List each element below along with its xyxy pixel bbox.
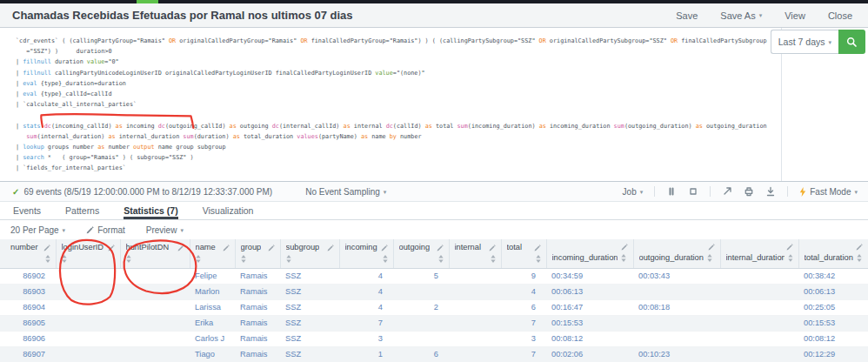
cell-group[interactable]: Ramais bbox=[235, 346, 280, 362]
cell-incoming[interactable]: 4 bbox=[339, 299, 393, 315]
cell-total_duration[interactable]: 00:08:12 bbox=[798, 331, 868, 346]
column-header-incoming_duration[interactable]: incoming_duration bbox=[546, 239, 633, 268]
cell-total[interactable]: 4 bbox=[501, 284, 546, 299]
column-header-outgoing_duration[interactable]: outgoing_duration bbox=[633, 239, 720, 268]
view-button[interactable]: View bbox=[785, 10, 805, 21]
cell-total[interactable]: 3 bbox=[501, 331, 546, 346]
sort-icon[interactable] bbox=[621, 254, 626, 262]
sort-icon[interactable] bbox=[126, 255, 131, 263]
search-button[interactable] bbox=[838, 30, 865, 54]
edit-column-icon[interactable] bbox=[786, 244, 793, 251]
close-button[interactable]: Close bbox=[828, 10, 852, 21]
cell-number[interactable]: 86907 bbox=[0, 346, 56, 362]
cell-number[interactable]: 86906 bbox=[0, 331, 56, 346]
sort-icon[interactable] bbox=[286, 255, 291, 263]
cell-number[interactable]: 86902 bbox=[0, 268, 56, 284]
time-range-picker[interactable]: Last 7 days ▾ bbox=[771, 30, 838, 54]
sort-icon[interactable] bbox=[62, 255, 67, 263]
cell-group[interactable]: Ramais bbox=[235, 284, 280, 299]
cell-incoming_duration[interactable]: 00:15:53 bbox=[546, 315, 633, 331]
cell-incoming_duration[interactable]: 00:08:12 bbox=[546, 331, 633, 346]
sort-icon[interactable] bbox=[788, 254, 793, 262]
column-header-total_duration[interactable]: total_duration bbox=[798, 239, 868, 268]
event-sampling-dropdown[interactable]: No Event Sampling ▾ bbox=[305, 187, 386, 197]
stop-button[interactable] bbox=[688, 186, 698, 197]
cell-subgroup[interactable]: SSZ bbox=[280, 299, 339, 315]
edit-column-icon[interactable] bbox=[43, 245, 50, 251]
sort-icon[interactable] bbox=[438, 255, 444, 263]
cell-number[interactable]: 86903 bbox=[0, 284, 56, 299]
cell-name[interactable]: Marlon bbox=[190, 284, 235, 299]
cell-name[interactable]: Felipe bbox=[190, 268, 235, 284]
column-header-group[interactable]: group bbox=[235, 239, 280, 268]
cell-name[interactable]: Erika bbox=[190, 315, 235, 331]
sort-icon[interactable] bbox=[857, 254, 862, 262]
sort-icon[interactable] bbox=[45, 255, 50, 263]
sort-icon[interactable] bbox=[536, 255, 541, 263]
sort-icon[interactable] bbox=[196, 255, 201, 263]
cell-total_duration[interactable]: 00:12:29 bbox=[798, 346, 868, 362]
edit-column-icon[interactable] bbox=[223, 245, 230, 251]
column-header-internal_duration[interactable]: internal_duration bbox=[720, 239, 798, 268]
cell-outgoing[interactable]: 6 bbox=[393, 346, 449, 362]
edit-column-icon[interactable] bbox=[856, 244, 863, 251]
cell-total[interactable]: 6 bbox=[501, 299, 546, 315]
cell-incoming[interactable]: 4 bbox=[339, 284, 393, 299]
edit-column-icon[interactable] bbox=[268, 245, 275, 251]
cell-incoming[interactable]: 3 bbox=[339, 331, 393, 346]
column-header-internal[interactable]: internal bbox=[449, 239, 501, 268]
column-header-incoming[interactable]: incoming bbox=[339, 239, 393, 268]
per-page-dropdown[interactable]: 20 Per Page ▾ bbox=[10, 225, 65, 235]
cell-total[interactable]: 9 bbox=[501, 268, 546, 284]
tab-patterns[interactable]: Patterns bbox=[65, 202, 99, 219]
cell-incoming[interactable]: 7 bbox=[339, 315, 393, 331]
search-query-input[interactable]: `cdr_events` ( (callingPartyGroup="Ramai… bbox=[0, 28, 782, 181]
job-menu[interactable]: Job ▾ bbox=[623, 187, 644, 197]
column-header-outgoing[interactable]: outgoing bbox=[393, 239, 449, 268]
cell-outgoing[interactable]: 5 bbox=[393, 268, 449, 284]
column-header-name[interactable]: name bbox=[190, 239, 235, 268]
cell-incoming_duration[interactable]: 00:02:06 bbox=[546, 346, 633, 362]
cell-total_duration[interactable]: 00:06:13 bbox=[798, 284, 868, 299]
cell-incoming_duration[interactable]: 00:06:13 bbox=[546, 284, 633, 299]
cell-total[interactable]: 7 bbox=[501, 315, 546, 331]
cell-total_duration[interactable]: 00:15:53 bbox=[798, 315, 868, 331]
cell-outgoing[interactable]: 2 bbox=[393, 299, 449, 315]
format-button[interactable]: Format bbox=[86, 225, 125, 235]
cell-number[interactable]: 86905 bbox=[0, 315, 56, 331]
edit-column-icon[interactable] bbox=[621, 244, 628, 251]
cell-outgoing_duration[interactable]: 00:03:43 bbox=[633, 268, 720, 284]
save-as-button[interactable]: Save As▾ bbox=[720, 10, 762, 21]
sort-icon[interactable] bbox=[707, 254, 712, 262]
cell-name[interactable]: Carlos J bbox=[190, 331, 235, 346]
column-header-subgroup[interactable]: subgroup bbox=[280, 239, 339, 268]
tab-visualization[interactable]: Visualization bbox=[203, 202, 254, 219]
fast-mode-toggle[interactable]: Fast Mode ▾ bbox=[799, 187, 858, 197]
cell-incoming[interactable]: 4 bbox=[339, 268, 393, 284]
print-button[interactable] bbox=[744, 186, 754, 197]
edit-column-icon[interactable] bbox=[108, 245, 115, 251]
edit-column-icon[interactable] bbox=[327, 245, 334, 251]
cell-subgroup[interactable]: SSZ bbox=[280, 331, 339, 346]
pause-button[interactable] bbox=[666, 186, 677, 197]
cell-incoming[interactable]: 1 bbox=[339, 346, 393, 362]
cell-subgroup[interactable]: SSZ bbox=[280, 268, 339, 284]
cell-outgoing_duration[interactable]: 00:08:18 bbox=[633, 299, 720, 315]
share-button[interactable] bbox=[722, 186, 732, 197]
cell-total_duration[interactable]: 00:38:42 bbox=[798, 268, 868, 284]
column-header-huntPilotDN[interactable]: huntPilotDN bbox=[120, 239, 190, 268]
tab-events[interactable]: Events bbox=[13, 202, 41, 219]
preview-dropdown[interactable]: Preview ▾ bbox=[146, 225, 184, 235]
cell-name[interactable]: Larissa bbox=[190, 299, 235, 315]
column-header-total[interactable]: total bbox=[501, 239, 546, 268]
tab-statistics[interactable]: Statistics (7) bbox=[124, 202, 177, 219]
cell-name[interactable]: Tiago bbox=[190, 346, 235, 362]
column-header-number[interactable]: number bbox=[0, 239, 56, 268]
cell-subgroup[interactable]: SSZ bbox=[280, 346, 339, 362]
cell-group[interactable]: Ramais bbox=[235, 299, 280, 315]
cell-total[interactable]: 7 bbox=[501, 346, 546, 362]
edit-column-icon[interactable] bbox=[534, 245, 541, 251]
edit-column-icon[interactable] bbox=[437, 245, 444, 251]
sort-icon[interactable] bbox=[241, 255, 246, 263]
save-button[interactable]: Save bbox=[676, 10, 698, 21]
